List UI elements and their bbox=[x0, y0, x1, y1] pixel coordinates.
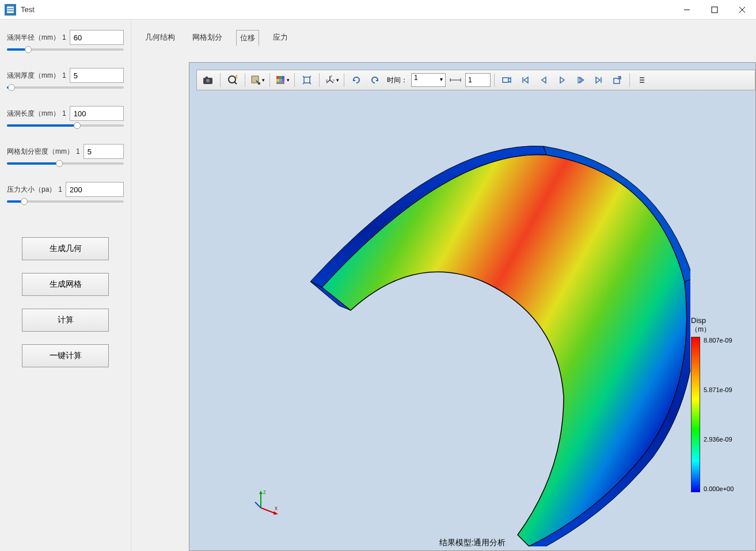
svg-point-4 bbox=[206, 79, 210, 82]
tab-bar: 几何结构 网格划分 位移 应力 bbox=[131, 20, 756, 50]
radius-input[interactable] bbox=[70, 30, 124, 45]
expand-icon[interactable] bbox=[633, 72, 651, 88]
legend-title: Disp bbox=[691, 316, 749, 325]
tab-geometry[interactable]: 几何结构 bbox=[142, 30, 178, 46]
quick-access-button[interactable] bbox=[224, 72, 241, 88]
sidebar: 涵洞半径（mm） 1 涵洞厚度（mm） 1 涵洞长度（mm） 1 bbox=[0, 20, 131, 551]
svg-rect-16 bbox=[304, 77, 310, 83]
minimize-button[interactable] bbox=[673, 0, 701, 20]
param-pressure: 压力大小（pa） 1 bbox=[7, 182, 124, 203]
svg-rect-9 bbox=[276, 76, 279, 79]
pressure-input[interactable] bbox=[66, 182, 124, 197]
prev-frame-button[interactable] bbox=[535, 72, 552, 88]
selection-mode-button[interactable]: ▾ bbox=[249, 72, 266, 88]
param-index: 1 bbox=[76, 147, 80, 155]
svg-line-28 bbox=[255, 502, 261, 508]
svg-line-7 bbox=[234, 82, 237, 84]
rotate-ccw-button[interactable] bbox=[366, 72, 383, 88]
param-label: 网格划分密度（mm） bbox=[7, 147, 74, 157]
generate-geometry-button[interactable]: 生成几何 bbox=[22, 237, 109, 260]
legend-unit: （m） bbox=[691, 325, 749, 335]
svg-rect-15 bbox=[276, 82, 284, 84]
last-frame-button[interactable] bbox=[590, 72, 607, 88]
color-contour-button[interactable]: ▾ bbox=[273, 72, 291, 88]
legend-value: 2.936e-09 bbox=[704, 436, 734, 443]
mesh-density-input[interactable] bbox=[83, 144, 124, 159]
svg-text:x: x bbox=[275, 505, 278, 511]
legend-value: 0.000e+00 bbox=[704, 485, 734, 492]
svg-marker-23 bbox=[259, 491, 263, 494]
app-icon bbox=[5, 4, 16, 16]
color-legend: Disp （m） 8.807e-09 5.871e-09 2.936e-09 0… bbox=[691, 316, 749, 492]
legend-value: 5.871e-09 bbox=[704, 386, 734, 393]
play-button[interactable] bbox=[553, 72, 571, 88]
tab-mesh[interactable]: 网格划分 bbox=[189, 30, 226, 46]
time-label: 时间： bbox=[387, 75, 408, 85]
frame-spinner[interactable]: 1 bbox=[465, 73, 491, 87]
param-mesh-density: 网格划分密度（mm） 1 bbox=[7, 144, 124, 165]
length-slider[interactable] bbox=[7, 124, 124, 127]
param-index: 1 bbox=[62, 109, 66, 117]
svg-marker-26 bbox=[273, 511, 278, 515]
param-label: 涵洞半径（mm） bbox=[7, 33, 60, 43]
svg-rect-12 bbox=[276, 79, 279, 82]
one-key-calculate-button[interactable]: 一键计算 bbox=[22, 344, 109, 367]
length-input[interactable] bbox=[70, 106, 124, 121]
svg-rect-0 bbox=[7, 6, 14, 13]
fit-view-button[interactable] bbox=[298, 72, 316, 88]
svg-text:x: x bbox=[333, 78, 335, 82]
record-button[interactable] bbox=[498, 72, 515, 88]
viewport[interactable]: ▾ ▾ zxy ▾ bbox=[189, 62, 756, 551]
svg-rect-14 bbox=[282, 79, 284, 82]
svg-text:z: z bbox=[263, 489, 266, 495]
close-button[interactable] bbox=[728, 0, 756, 20]
svg-rect-10 bbox=[279, 76, 282, 79]
pressure-slider[interactable] bbox=[7, 200, 124, 203]
axis-view-button[interactable]: zxy ▾ bbox=[323, 72, 340, 88]
legend-bar bbox=[691, 337, 700, 492]
param-length: 涵洞长度（mm） 1 bbox=[7, 106, 124, 127]
radius-slider[interactable] bbox=[7, 48, 124, 51]
param-radius: 涵洞半径（mm） 1 bbox=[7, 30, 124, 51]
time-select[interactable]: 1 bbox=[411, 73, 446, 87]
param-label: 涵洞厚度（mm） bbox=[7, 71, 60, 81]
export-button[interactable] bbox=[609, 72, 626, 88]
param-label: 压力大小（pa） bbox=[7, 185, 56, 195]
svg-rect-13 bbox=[279, 79, 282, 82]
generate-mesh-button[interactable]: 生成网格 bbox=[22, 273, 109, 296]
param-index: 1 bbox=[58, 185, 62, 193]
mesh-density-slider[interactable] bbox=[7, 162, 124, 165]
svg-rect-11 bbox=[282, 76, 284, 79]
tab-stress[interactable]: 应力 bbox=[269, 30, 291, 46]
svg-line-25 bbox=[261, 508, 276, 514]
calculate-button[interactable]: 计算 bbox=[22, 309, 109, 332]
rotate-cw-button[interactable] bbox=[348, 72, 365, 88]
param-index: 1 bbox=[62, 71, 66, 79]
thickness-input[interactable] bbox=[70, 68, 124, 83]
legend-value: 8.807e-09 bbox=[704, 337, 734, 344]
tab-displacement[interactable]: 位移 bbox=[236, 30, 259, 46]
param-index: 1 bbox=[62, 33, 66, 41]
camera-screenshot-button[interactable] bbox=[199, 72, 216, 88]
next-frame-button[interactable] bbox=[572, 72, 589, 88]
window-title: Test bbox=[21, 5, 35, 14]
first-frame-button[interactable] bbox=[516, 72, 534, 88]
param-label: 涵洞长度（mm） bbox=[7, 109, 60, 119]
param-thickness: 涵洞厚度（mm） 1 bbox=[7, 68, 124, 89]
model-view bbox=[253, 132, 690, 546]
svg-rect-20 bbox=[503, 78, 508, 82]
svg-rect-5 bbox=[206, 77, 208, 78]
maximize-button[interactable] bbox=[701, 0, 728, 20]
svg-text:y: y bbox=[326, 78, 328, 82]
timescale-icon[interactable] bbox=[447, 72, 464, 88]
viewport-footer-text: 结果模型:通用分析 bbox=[439, 538, 506, 548]
svg-rect-2 bbox=[712, 7, 717, 13]
axis-triad-icon: z x bbox=[253, 488, 280, 516]
thickness-slider[interactable] bbox=[7, 86, 124, 89]
viewport-toolbar: ▾ ▾ zxy ▾ bbox=[196, 70, 755, 90]
svg-text:z: z bbox=[330, 75, 332, 78]
